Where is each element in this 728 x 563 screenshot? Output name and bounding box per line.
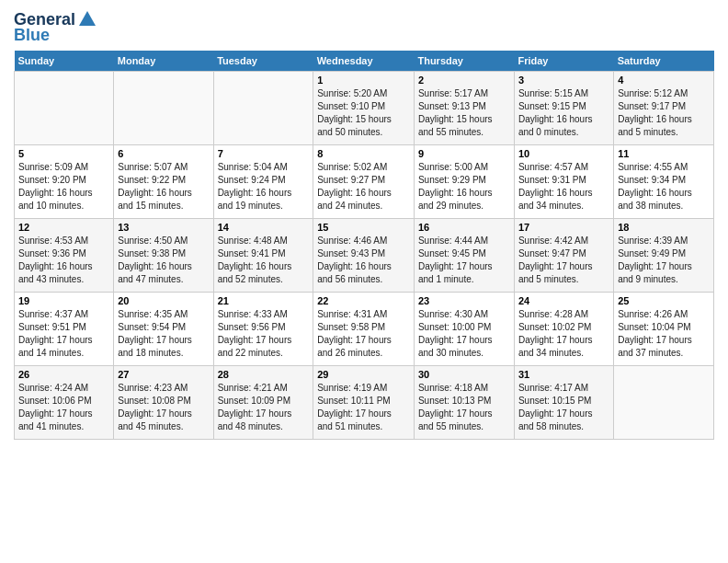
calendar-table: SundayMondayTuesdayWednesdayThursdayFrid… [14, 51, 714, 440]
day-number: 17 [518, 222, 609, 233]
day-number: 26 [18, 369, 109, 380]
day-info-text: Sunrise: 5:15 AM Sunset: 9:15 PM Dayligh… [518, 87, 609, 139]
day-info-text: Sunrise: 5:02 AM Sunset: 9:27 PM Dayligh… [317, 161, 410, 213]
day-info-text: Sunrise: 4:53 AM Sunset: 9:36 PM Dayligh… [18, 235, 109, 286]
day-number: 21 [218, 295, 310, 306]
calendar-cell: 23Sunrise: 4:30 AM Sunset: 10:00 PM Dayl… [414, 293, 514, 366]
day-info-text: Sunrise: 4:28 AM Sunset: 10:02 PM Daylig… [518, 308, 609, 360]
day-info-text: Sunrise: 5:09 AM Sunset: 9:20 PM Dayligh… [18, 161, 109, 213]
calendar-cell: 13Sunrise: 4:50 AM Sunset: 9:38 PM Dayli… [114, 219, 213, 293]
day-info-text: Sunrise: 4:57 AM Sunset: 9:31 PM Dayligh… [518, 161, 609, 213]
day-number: 11 [618, 148, 710, 159]
day-number: 18 [618, 222, 710, 233]
calendar-cell: 20Sunrise: 4:35 AM Sunset: 9:54 PM Dayli… [114, 293, 213, 366]
calendar-week-row: 12Sunrise: 4:53 AM Sunset: 9:36 PM Dayli… [15, 219, 714, 293]
calendar-cell: 17Sunrise: 4:42 AM Sunset: 9:47 PM Dayli… [514, 219, 613, 293]
day-info-text: Sunrise: 4:26 AM Sunset: 10:04 PM Daylig… [618, 308, 710, 360]
day-info-text: Sunrise: 4:50 AM Sunset: 9:38 PM Dayligh… [118, 235, 209, 286]
day-info-text: Sunrise: 4:21 AM Sunset: 10:09 PM Daylig… [218, 382, 310, 433]
day-info-text: Sunrise: 4:42 AM Sunset: 9:47 PM Dayligh… [518, 235, 609, 286]
calendar-week-row: 26Sunrise: 4:24 AM Sunset: 10:06 PM Dayl… [15, 366, 714, 440]
day-info-text: Sunrise: 4:37 AM Sunset: 9:51 PM Dayligh… [18, 308, 109, 360]
calendar-week-row: 19Sunrise: 4:37 AM Sunset: 9:51 PM Dayli… [15, 293, 714, 366]
calendar-header-monday: Monday [114, 51, 213, 72]
day-info-text: Sunrise: 4:30 AM Sunset: 10:00 PM Daylig… [418, 308, 510, 360]
svg-marker-0 [79, 11, 96, 26]
day-number: 7 [218, 148, 310, 159]
logo: General Blue [14, 9, 97, 45]
day-number: 16 [418, 222, 510, 233]
calendar-cell: 6Sunrise: 5:07 AM Sunset: 9:22 PM Daylig… [114, 145, 213, 219]
day-info-text: Sunrise: 4:33 AM Sunset: 9:56 PM Dayligh… [218, 308, 310, 360]
calendar-cell [114, 72, 213, 145]
day-info-text: Sunrise: 5:12 AM Sunset: 9:17 PM Dayligh… [618, 87, 710, 139]
day-number: 12 [18, 222, 109, 233]
day-number: 13 [118, 222, 209, 233]
day-info-text: Sunrise: 4:31 AM Sunset: 9:58 PM Dayligh… [317, 308, 410, 360]
day-number: 5 [18, 148, 109, 159]
calendar-cell: 16Sunrise: 4:44 AM Sunset: 9:45 PM Dayli… [414, 219, 514, 293]
day-number: 3 [518, 75, 609, 86]
day-info-text: Sunrise: 5:07 AM Sunset: 9:22 PM Dayligh… [118, 161, 209, 213]
day-info-text: Sunrise: 4:19 AM Sunset: 10:11 PM Daylig… [317, 382, 410, 433]
day-number: 14 [218, 222, 310, 233]
calendar-cell [213, 72, 313, 145]
day-number: 10 [518, 148, 609, 159]
calendar-cell: 19Sunrise: 4:37 AM Sunset: 9:51 PM Dayli… [15, 293, 114, 366]
calendar-cell: 4Sunrise: 5:12 AM Sunset: 9:17 PM Daylig… [614, 72, 714, 145]
calendar-header-sunday: Sunday [15, 51, 114, 72]
calendar-cell: 11Sunrise: 4:55 AM Sunset: 9:34 PM Dayli… [614, 145, 714, 219]
day-info-text: Sunrise: 4:55 AM Sunset: 9:34 PM Dayligh… [618, 161, 710, 213]
page-header: General Blue [14, 9, 714, 45]
calendar-cell [614, 366, 714, 440]
calendar-cell: 21Sunrise: 4:33 AM Sunset: 9:56 PM Dayli… [213, 293, 313, 366]
logo-icon [77, 9, 97, 29]
calendar-header-row: SundayMondayTuesdayWednesdayThursdayFrid… [15, 51, 714, 72]
day-number: 28 [218, 369, 310, 380]
day-number: 4 [618, 75, 710, 86]
day-number: 22 [317, 295, 410, 306]
day-number: 2 [418, 75, 510, 86]
calendar-header-wednesday: Wednesday [313, 51, 415, 72]
calendar-cell: 25Sunrise: 4:26 AM Sunset: 10:04 PM Dayl… [614, 293, 714, 366]
calendar-cell: 27Sunrise: 4:23 AM Sunset: 10:08 PM Dayl… [114, 366, 213, 440]
calendar-cell: 3Sunrise: 5:15 AM Sunset: 9:15 PM Daylig… [514, 72, 613, 145]
logo-blue-text: Blue [14, 26, 50, 45]
calendar-cell: 24Sunrise: 4:28 AM Sunset: 10:02 PM Dayl… [514, 293, 613, 366]
day-number: 24 [518, 295, 609, 306]
calendar-week-row: 1Sunrise: 5:20 AM Sunset: 9:10 PM Daylig… [15, 72, 714, 145]
day-info-text: Sunrise: 4:17 AM Sunset: 10:15 PM Daylig… [518, 382, 609, 433]
day-number: 15 [317, 222, 410, 233]
calendar-cell: 14Sunrise: 4:48 AM Sunset: 9:41 PM Dayli… [213, 219, 313, 293]
calendar-header-tuesday: Tuesday [213, 51, 313, 72]
calendar-cell: 5Sunrise: 5:09 AM Sunset: 9:20 PM Daylig… [15, 145, 114, 219]
calendar-cell: 18Sunrise: 4:39 AM Sunset: 9:49 PM Dayli… [614, 219, 714, 293]
day-info-text: Sunrise: 4:46 AM Sunset: 9:43 PM Dayligh… [317, 235, 410, 286]
day-number: 25 [618, 295, 710, 306]
day-number: 31 [518, 369, 609, 380]
calendar-cell: 26Sunrise: 4:24 AM Sunset: 10:06 PM Dayl… [15, 366, 114, 440]
calendar-cell: 30Sunrise: 4:18 AM Sunset: 10:13 PM Dayl… [414, 366, 514, 440]
day-number: 30 [418, 369, 510, 380]
day-info-text: Sunrise: 4:39 AM Sunset: 9:49 PM Dayligh… [618, 235, 710, 286]
calendar-header-saturday: Saturday [614, 51, 714, 72]
day-number: 6 [118, 148, 209, 159]
day-info-text: Sunrise: 5:00 AM Sunset: 9:29 PM Dayligh… [418, 161, 510, 213]
day-info-text: Sunrise: 4:35 AM Sunset: 9:54 PM Dayligh… [118, 308, 209, 360]
calendar-week-row: 5Sunrise: 5:09 AM Sunset: 9:20 PM Daylig… [15, 145, 714, 219]
day-info-text: Sunrise: 4:44 AM Sunset: 9:45 PM Dayligh… [418, 235, 510, 286]
day-info-text: Sunrise: 5:04 AM Sunset: 9:24 PM Dayligh… [218, 161, 310, 213]
day-number: 20 [118, 295, 209, 306]
day-number: 29 [317, 369, 410, 380]
calendar-header-thursday: Thursday [414, 51, 514, 72]
day-number: 9 [418, 148, 510, 159]
day-info-text: Sunrise: 4:23 AM Sunset: 10:08 PM Daylig… [118, 382, 209, 433]
calendar-cell: 12Sunrise: 4:53 AM Sunset: 9:36 PM Dayli… [15, 219, 114, 293]
calendar-cell: 8Sunrise: 5:02 AM Sunset: 9:27 PM Daylig… [313, 145, 415, 219]
calendar-cell: 2Sunrise: 5:17 AM Sunset: 9:13 PM Daylig… [414, 72, 514, 145]
calendar-cell: 31Sunrise: 4:17 AM Sunset: 10:15 PM Dayl… [514, 366, 613, 440]
day-info-text: Sunrise: 4:18 AM Sunset: 10:13 PM Daylig… [418, 382, 510, 433]
day-number: 19 [18, 295, 109, 306]
calendar-cell: 22Sunrise: 4:31 AM Sunset: 9:58 PM Dayli… [313, 293, 415, 366]
calendar-cell: 28Sunrise: 4:21 AM Sunset: 10:09 PM Dayl… [213, 366, 313, 440]
